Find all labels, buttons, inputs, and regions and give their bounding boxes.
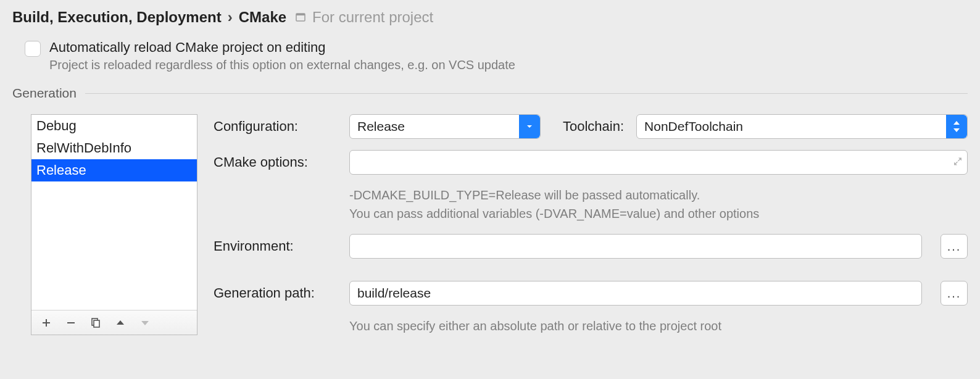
configuration-value: Release [357, 119, 519, 134]
project-scope-icon [295, 12, 306, 23]
configuration-label: Configuration: [214, 119, 337, 135]
ellipsis-icon: ... [947, 286, 961, 301]
profiles-list[interactable]: Debug RelWithDebInfo Release [31, 115, 197, 310]
move-up-button[interactable] [109, 313, 131, 333]
move-down-button[interactable] [134, 313, 156, 333]
generation-path-value: build/release [357, 286, 431, 301]
svg-rect-1 [296, 14, 305, 15]
environment-browse-button[interactable]: ... [941, 234, 968, 259]
group-divider [85, 93, 968, 94]
cmake-options-input[interactable] [349, 150, 968, 175]
breadcrumb-parent[interactable]: Build, Execution, Deployment [12, 9, 222, 26]
breadcrumb: Build, Execution, Deployment › CMake For… [12, 9, 968, 26]
auto-reload-checkbox[interactable] [25, 41, 41, 57]
svg-rect-4 [94, 320, 99, 327]
generation-path-browse-button[interactable]: ... [941, 281, 968, 306]
profiles-toolbar [31, 310, 197, 335]
expand-icon[interactable] [953, 156, 963, 170]
breadcrumb-scope: For current project [312, 9, 433, 26]
generation-path-input[interactable]: build/release [349, 281, 922, 306]
breadcrumb-sep: › [228, 9, 233, 26]
auto-reload-hint: Project is reloaded regardless of this o… [49, 58, 515, 72]
copy-profile-button[interactable] [85, 313, 107, 333]
profile-item[interactable]: Debug [31, 115, 197, 137]
cmake-options-label: CMake options: [214, 154, 337, 170]
toolchain-label: Toolchain: [563, 119, 624, 135]
toolchain-value: NonDefToolchain [644, 119, 946, 134]
add-profile-button[interactable] [35, 313, 57, 333]
profile-item[interactable]: RelWithDebInfo [31, 137, 197, 159]
profile-item[interactable]: Release [31, 159, 197, 181]
toolchain-combo[interactable]: NonDefToolchain [636, 114, 968, 139]
auto-reload-label: Automatically reload CMake project on ed… [49, 40, 515, 56]
generation-path-label: Generation path: [214, 285, 337, 301]
profiles-list-panel: Debug RelWithDebInfo Release [31, 114, 197, 335]
generation-group-title: Generation [12, 86, 77, 101]
cmake-options-hint: -DCMAKE_BUILD_TYPE=Release will be passe… [349, 186, 968, 223]
remove-profile-button[interactable] [60, 313, 82, 333]
chevron-down-icon [519, 115, 540, 138]
breadcrumb-current: CMake [239, 9, 286, 26]
generation-path-hint: You can specify either an absolute path … [349, 317, 968, 335]
configuration-combo[interactable]: Release [349, 114, 541, 139]
svg-rect-2 [67, 322, 75, 323]
environment-label: Environment: [214, 238, 337, 254]
environment-input[interactable] [349, 234, 922, 259]
stepper-icon [946, 115, 967, 138]
ellipsis-icon: ... [947, 239, 961, 254]
